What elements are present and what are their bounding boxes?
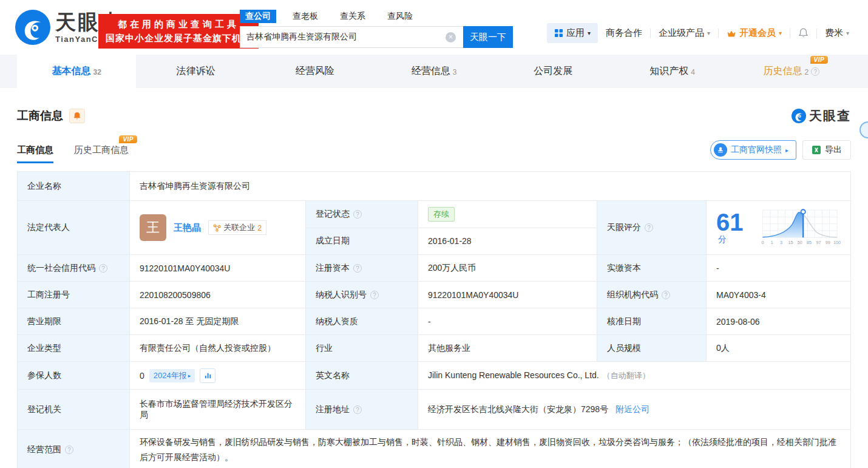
table-row: 企业名称 吉林省坤腾再生资源有限公司 xyxy=(18,172,851,201)
org-code-value: MA0Y4003-4 xyxy=(707,282,851,308)
nav-apps[interactable]: 应用 ▾ xyxy=(547,23,598,43)
header: 天眼查 TianYanCha.com 都在用的商业查询工具 国家中小企业发展子基… xyxy=(0,0,868,55)
english-name-value: Jilin Kunteng Renewable Resources Co., L… xyxy=(428,370,599,380)
tab-operation-info[interactable]: 经营信息 3 xyxy=(375,55,493,88)
business-info-table: 企业名称 吉林省坤腾再生资源有限公司 法定代表人 王 王艳晶 xyxy=(17,171,851,468)
field-label: 英文名称 xyxy=(306,362,418,390)
nav-cooperation[interactable]: 商务合作 xyxy=(598,27,650,39)
table-row: 工商注册号 220108200509806 纳税人识别号? 91220101MA… xyxy=(18,282,851,308)
tab-legal-litigation[interactable]: 法律诉讼 xyxy=(136,55,255,88)
logo-swirl-icon xyxy=(15,10,50,45)
table-row: 登记机关 长春市市场监督管理局经济技术开发区分局 注册地址? 经济开发区长吉北线… xyxy=(18,390,851,430)
field-label: 注册资本? xyxy=(306,255,418,282)
table-row: 统一社会信用代码? 91220101MA0Y40034U 注册资本? 200万人… xyxy=(18,255,851,282)
vip-badge: VIP xyxy=(810,56,829,64)
company-type-value: 有限责任公司（自然人投资或控股） xyxy=(130,335,306,362)
svg-text:97: 97 xyxy=(816,240,821,245)
tab-company-development[interactable]: 公司发展 xyxy=(493,55,612,88)
search-button[interactable]: 天眼一下 xyxy=(463,26,513,48)
insured-trend-button[interactable] xyxy=(200,368,215,383)
tab-operation-risk[interactable]: 经营风险 xyxy=(256,55,375,88)
field-label: 营业期限 xyxy=(18,308,130,335)
insured-value: 0 xyxy=(140,371,144,381)
clear-search-icon[interactable]: × xyxy=(446,32,456,42)
subtab-business-info[interactable]: 工商信息 xyxy=(17,144,53,163)
table-row: 经营范围? 环保设备研发与销售，废旧纺织品研发与销售，防寒大棚被加工与销售，时装… xyxy=(18,430,851,468)
search-tab-relation[interactable]: 查关系 xyxy=(334,10,371,23)
field-label: 企业类型 xyxy=(18,335,130,362)
nav-open-vip[interactable]: 开通会员 ▾ xyxy=(719,27,790,39)
brand-slogan-banner: 都在用的商业查询工具 国家中小企业发展子基金旗下机构 xyxy=(98,14,259,49)
help-icon[interactable]: ? xyxy=(811,67,819,76)
field-label: 成立日期 xyxy=(306,228,418,255)
field-label: 人员规模 xyxy=(597,335,707,362)
page: 天眼查 TianYanCha.com 都在用的商业查询工具 国家中小企业发展子基… xyxy=(0,0,868,468)
search-tabs: 查公司 查老板 查关系 查风险 xyxy=(240,10,513,23)
search-input[interactable] xyxy=(240,26,463,48)
field-label: 统一社会信用代码? xyxy=(18,255,130,282)
related-companies-badge[interactable]: 关联企业 2 xyxy=(208,220,266,235)
monitor-bell-button[interactable] xyxy=(69,109,85,123)
official-snapshot-button[interactable]: 工商官网快照 ▸ xyxy=(710,140,796,160)
paid-capital-value: - xyxy=(707,255,851,282)
company-name-value: 吉林省坤腾再生资源有限公司 xyxy=(130,172,851,201)
field-label: 参保人数 xyxy=(18,362,130,390)
field-label: 法定代表人 xyxy=(18,201,130,255)
svg-text:85: 85 xyxy=(807,240,812,245)
tab-history-info[interactable]: VIP 历史信息 2 ? xyxy=(732,55,851,88)
field-label: 工商注册号 xyxy=(18,282,130,308)
field-label: 纳税人识别号? xyxy=(306,282,418,308)
legal-rep-avatar[interactable]: 王 xyxy=(140,214,166,241)
help-icon[interactable]: ? xyxy=(353,405,362,414)
help-icon[interactable]: ? xyxy=(370,291,379,299)
tab-count: 3 xyxy=(453,68,457,76)
nav-user[interactable]: 费米 ▾ xyxy=(817,27,857,39)
nav-notifications[interactable] xyxy=(790,28,816,38)
legal-rep-name-link[interactable]: 王艳晶 xyxy=(174,222,201,234)
table-row: 企业类型 有限责任公司（自然人投资或控股） 行业 其他服务业 人员规模 0人 xyxy=(18,335,851,362)
subtabs: 工商信息 VIP 历史工商信息 xyxy=(17,144,129,163)
industry-value: 其他服务业 xyxy=(418,335,597,362)
tab-basic-info[interactable]: 基本信息 32 xyxy=(17,55,136,88)
help-icon[interactable]: ? xyxy=(99,264,107,273)
help-icon[interactable]: ? xyxy=(662,291,670,299)
staff-size-value: 0人 xyxy=(707,335,851,362)
reg-capital-value: 200万人民币 xyxy=(418,255,597,282)
watermark-logo: 天眼查 xyxy=(792,107,851,124)
network-icon xyxy=(213,224,221,232)
field-label: 行业 xyxy=(306,335,418,362)
chevron-right-icon: ▸ xyxy=(785,147,788,154)
nearby-companies-link[interactable]: 附近公司 xyxy=(615,404,649,414)
search-tab-boss[interactable]: 查老板 xyxy=(287,10,324,23)
slogan-line1: 都在用的商业查询工具 xyxy=(106,17,251,32)
help-icon[interactable]: ? xyxy=(353,264,362,273)
field-label: 企业名称 xyxy=(18,172,130,201)
export-button[interactable]: 导出 xyxy=(802,140,851,160)
tianyan-score: 61分 xyxy=(716,206,841,249)
field-label: 实缴资本 xyxy=(597,255,707,282)
tab-count: 2 xyxy=(804,68,809,76)
nav-enterprise[interactable]: 企业级产品 ▾ xyxy=(651,27,718,39)
vip-badge: VIP xyxy=(119,135,137,143)
apps-grid-icon xyxy=(554,29,563,38)
bar-chart-icon xyxy=(204,371,212,379)
tab-count: 32 xyxy=(93,68,101,76)
top-nav: 应用 ▾ 商务合作 企业级产品 ▾ 开通会员 ▾ xyxy=(547,23,857,43)
svg-text:100: 100 xyxy=(834,240,841,245)
approval-date-value: 2019-08-06 xyxy=(707,308,851,335)
help-icon[interactable]: ? xyxy=(353,210,362,219)
business-scope-value: 环保设备研发与销售，废旧纺织品研发与销售，防寒大棚被加工与销售，时装、针织品、钢… xyxy=(130,430,851,468)
help-icon[interactable]: ? xyxy=(645,223,653,232)
search-tab-company[interactable]: 查公司 xyxy=(240,10,276,23)
subtab-history-business-info[interactable]: VIP 历史工商信息 xyxy=(74,144,129,163)
taxpayer-quality-value: - xyxy=(418,308,597,335)
help-icon[interactable]: ? xyxy=(65,446,73,454)
field-label: 纳税人资质 xyxy=(306,308,418,335)
field-label: 注册地址? xyxy=(306,390,418,430)
tab-intellectual-property[interactable]: 知识产权 4 xyxy=(612,55,731,88)
search-tab-risk[interactable]: 查风险 xyxy=(382,10,418,23)
annual-report-badge[interactable]: 2024年报 ▸ xyxy=(149,369,195,382)
slogan-line2: 国家中小企业发展子基金旗下机构 xyxy=(106,32,251,46)
crown-icon xyxy=(727,29,736,38)
table-row: 法定代表人 王 王艳晶 关联企业 xyxy=(18,201,851,228)
